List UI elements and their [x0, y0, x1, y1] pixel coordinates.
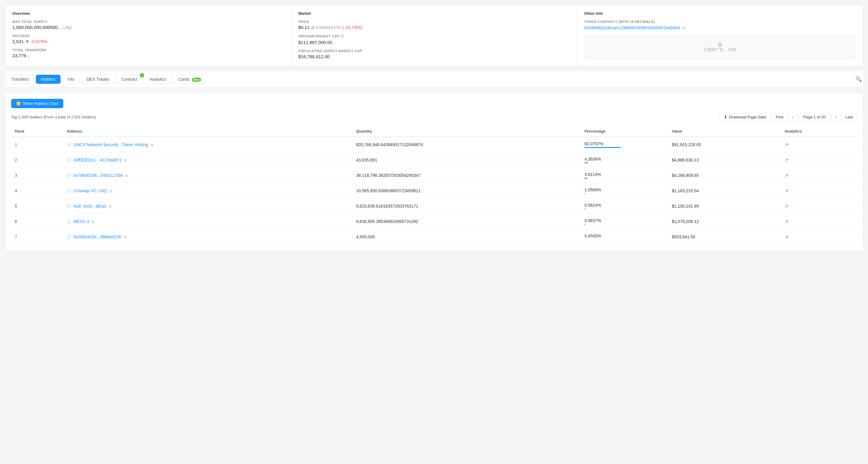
- address-cell: 📄 Null: 0x00...dEaD ⧉: [63, 198, 352, 214]
- contract-label: TOKEN CONTRACT (WITH 18 DECIMALS): [584, 20, 856, 24]
- other-info-title: Other Info: [584, 11, 856, 16]
- analytics-chart-icon[interactable]: ↗: [784, 158, 788, 163]
- tab-info[interactable]: Info: [62, 75, 80, 84]
- quantity-cell: 820,766,946.643949017132048874: [352, 137, 581, 152]
- address-cell: 📄 UNCX Network Security : Token Vesting …: [63, 137, 352, 152]
- address-link[interactable]: UNCX Network Security : Token Vesting: [73, 142, 148, 147]
- copy-icon[interactable]: ⧉: [151, 143, 153, 147]
- other-info-card: Other Info TOKEN CONTRACT (WITH 18 DECIM…: [577, 5, 863, 66]
- rank-cell: 1: [11, 137, 63, 152]
- download-page-data-button[interactable]: ⬇ Download Page Data: [719, 113, 771, 121]
- pagination-first-button[interactable]: First: [772, 113, 787, 121]
- holders-table: Rank Address Quantity Percentage Value A…: [11, 126, 857, 245]
- address-link[interactable]: Null: 0x00...dEaD: [73, 204, 106, 209]
- col-rank: Rank: [11, 126, 63, 137]
- contract-check-badge: ✓: [140, 73, 144, 78]
- address-link[interactable]: 0xff3DEDc1...AC29a0872: [73, 158, 122, 162]
- market-card: Market PRICE $0.11 @ 0.000033 ETH (-15.7…: [291, 5, 577, 66]
- search-icon[interactable]: 🔍: [855, 76, 862, 82]
- percentage-bar: [584, 239, 585, 240]
- circ-mktcap-label: CIRCULATING SUPPLY MARKET CAP: [299, 49, 569, 53]
- rank-cell: 7: [11, 229, 63, 245]
- search-icon-area[interactable]: 🔍: [855, 76, 862, 83]
- chart-icon: 🪙: [16, 101, 21, 106]
- rank-cell: 3: [11, 168, 63, 183]
- tab-holders[interactable]: Holders: [36, 75, 61, 84]
- holders-label: HOLDERS: [12, 34, 284, 38]
- value-cell: $1,079,208.12: [668, 214, 781, 229]
- col-percentage: Percentage: [581, 126, 668, 137]
- table-row: 6 📄 MEXC 3 ⧉ 9,636,905.38548092499573149…: [11, 214, 857, 229]
- copy-icon[interactable]: ⧉: [124, 235, 127, 239]
- analytics-chart-icon[interactable]: ↗: [784, 219, 788, 224]
- analytics-chart-icon[interactable]: ↗: [784, 142, 788, 147]
- analytics-chart-icon[interactable]: ↗: [784, 173, 788, 178]
- address-link[interactable]: 0x786d0536...D901C27b8: [73, 173, 123, 178]
- percentage-cell: 0.4500%: [581, 229, 668, 245]
- rank-cell: 5: [11, 198, 63, 214]
- copy-icon[interactable]: ⧉: [682, 26, 685, 30]
- price-value: $0.11 @ 0.000033 ETH (-15.74%): [299, 25, 569, 30]
- top-cards-container: Overview MAX TOTAL SUPPLY 1,000,000,000,…: [5, 5, 863, 66]
- percentage-cell: 1.0566%: [581, 183, 668, 198]
- rank-cell: 2: [11, 152, 63, 168]
- pagination-prev-button[interactable]: ‹: [788, 113, 798, 121]
- col-quantity: Quantity: [352, 126, 581, 137]
- address-cell: 📄 0x786d0536...D901C27b8 ⧉: [63, 168, 352, 183]
- analytics-cell: ↗: [781, 198, 857, 214]
- tab-dex-trades[interactable]: DEX Trades: [82, 75, 114, 84]
- copy-icon[interactable]: ⧉: [124, 158, 127, 162]
- pagination-last-button[interactable]: Last: [841, 113, 857, 121]
- contract-address-link[interactable]: 0xd4f4d0a10bcae123bb6655e8fe93a30d01eebd…: [584, 25, 680, 30]
- tab-transfers[interactable]: Transfers: [6, 75, 34, 84]
- tab-contract[interactable]: Contract ✓: [116, 75, 143, 84]
- cards-new-badge: New: [192, 78, 201, 82]
- address-link[interactable]: 0x38604284...9869a9236: [73, 235, 121, 239]
- doc-icon: 📄: [67, 204, 71, 209]
- copy-icon[interactable]: ⧉: [110, 189, 112, 193]
- address-cell: 📄 MEXC 3 ⧉: [63, 214, 352, 229]
- onchain-mktcap-label: ONCHAIN MARKET CAP ⓘ: [299, 34, 569, 38]
- tabs-bar: Transfers Holders Info DEX Trades Contra…: [5, 71, 863, 88]
- contract-address-row: 0xd4f4d0a10bcae123bb6655e8fe93a30d01eebd…: [584, 25, 856, 30]
- percentage-cell: 0.9637%: [581, 214, 668, 229]
- address-link[interactable]: Uniswap V2: LNQ: [73, 188, 107, 193]
- analytics-cell: ↗: [781, 229, 857, 245]
- analytics-chart-icon[interactable]: ↗: [784, 235, 788, 240]
- value-cell: $1,183,215.54: [668, 183, 781, 198]
- analytics-chart-icon[interactable]: ↗: [784, 204, 788, 209]
- table-row: 3 📄 0x786d0536...D901C27b8 ⧉ 38,118,796.…: [11, 168, 857, 183]
- copy-icon[interactable]: ⧉: [125, 174, 128, 178]
- quantity-cell: 9,636,905.385480924995731492: [352, 214, 581, 229]
- address-cell: 📄 Uniswap V2: LNQ ⧉: [63, 183, 352, 198]
- pagination-next-button[interactable]: ›: [831, 113, 840, 121]
- doc-icon: 📄: [67, 235, 71, 239]
- chart-btn-row: 🪙 Token Holders Chart: [11, 99, 857, 113]
- tab-cards[interactable]: Cards New: [173, 75, 207, 84]
- table-row: 2 📄 0xff3DEDc1...AC29a0872 ⧉ 43,635,691 …: [11, 152, 857, 168]
- holders-value: 2,531 ▼ -0.079%: [12, 39, 284, 44]
- rank-cell: 6: [11, 214, 63, 229]
- analytics-cell: ↗: [781, 168, 857, 183]
- address-link[interactable]: MEXC 3: [73, 219, 89, 224]
- analytics-cell: ↗: [781, 214, 857, 229]
- copy-icon[interactable]: ⧉: [109, 204, 112, 209]
- table-row: 4 📄 Uniswap V2: LNQ ⧉ 10,565,650.8389188…: [11, 183, 857, 198]
- doc-icon: 📄: [67, 143, 71, 147]
- quantity-cell: 4,500,000: [352, 229, 581, 245]
- col-value: Value: [668, 126, 781, 137]
- total-transfers-label: TOTAL TRANSFERS: [12, 48, 284, 52]
- percentage-cell: 0.9824%: [581, 198, 668, 214]
- col-address: Address: [63, 126, 352, 137]
- table-top-bar: Top 1,000 holders (From a total of 2,531…: [11, 113, 857, 121]
- quantity-cell: 10,565,650.838918803723459811: [352, 183, 581, 198]
- value-cell: $4,886,630.13: [668, 152, 781, 168]
- doc-icon: 📄: [67, 174, 71, 178]
- token-holders-chart-button[interactable]: 🪙 Token Holders Chart: [11, 99, 63, 108]
- percentage-bar: [584, 178, 587, 179]
- table-row: 7 📄 0x38604284...9869a9236 ⧉ 4,500,000 0…: [11, 229, 857, 245]
- rank-cell: 4: [11, 183, 63, 198]
- tab-analytics[interactable]: Analytics: [144, 75, 172, 84]
- copy-icon[interactable]: ⧉: [92, 220, 94, 224]
- analytics-chart-icon[interactable]: ↗: [784, 188, 788, 193]
